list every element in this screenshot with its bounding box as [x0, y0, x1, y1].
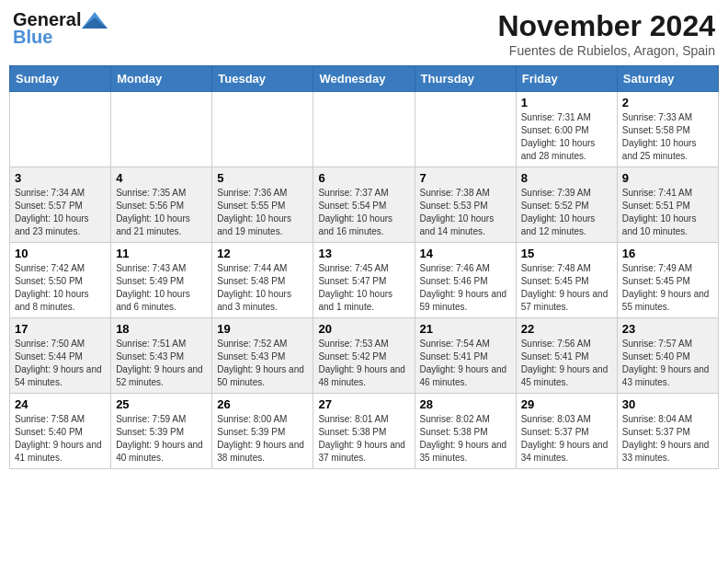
calendar-cell [10, 92, 111, 167]
calendar-week-row: 24Sunrise: 7:58 AM Sunset: 5:40 PM Dayli… [10, 394, 719, 469]
calendar-cell: 14Sunrise: 7:46 AM Sunset: 5:46 PM Dayli… [415, 243, 516, 318]
day-info: Sunrise: 7:37 AM Sunset: 5:54 PM Dayligh… [318, 187, 409, 238]
day-number: 9 [622, 171, 713, 185]
calendar-cell: 11Sunrise: 7:43 AM Sunset: 5:49 PM Dayli… [111, 243, 212, 318]
day-info: Sunrise: 7:42 AM Sunset: 5:50 PM Dayligh… [15, 262, 106, 314]
calendar-cell: 4Sunrise: 7:35 AM Sunset: 5:56 PM Daylig… [111, 167, 212, 243]
day-number: 30 [622, 397, 713, 411]
weekday-header: Friday [516, 66, 617, 92]
day-number: 3 [15, 171, 106, 185]
day-info: Sunrise: 8:04 AM Sunset: 5:37 PM Dayligh… [622, 413, 713, 465]
day-number: 21 [420, 322, 511, 336]
calendar-cell: 21Sunrise: 7:54 AM Sunset: 5:41 PM Dayli… [415, 318, 516, 394]
calendar-cell: 22Sunrise: 7:56 AM Sunset: 5:41 PM Dayli… [516, 318, 617, 394]
calendar-cell: 16Sunrise: 7:49 AM Sunset: 5:45 PM Dayli… [617, 243, 718, 318]
day-number: 6 [318, 171, 409, 185]
calendar-week-row: 1Sunrise: 7:31 AM Sunset: 6:00 PM Daylig… [10, 92, 719, 167]
calendar-cell: 27Sunrise: 8:01 AM Sunset: 5:38 PM Dayli… [313, 394, 415, 469]
day-number: 25 [116, 397, 207, 411]
calendar-cell: 2Sunrise: 7:33 AM Sunset: 5:58 PM Daylig… [617, 92, 718, 167]
day-info: Sunrise: 7:43 AM Sunset: 5:49 PM Dayligh… [116, 262, 207, 314]
calendar-cell [313, 92, 415, 167]
day-number: 17 [15, 322, 106, 336]
calendar-cell: 30Sunrise: 8:04 AM Sunset: 5:37 PM Dayli… [617, 394, 718, 469]
weekday-header: Tuesday [212, 66, 313, 92]
calendar-cell: 26Sunrise: 8:00 AM Sunset: 5:39 PM Dayli… [212, 394, 313, 469]
subtitle: Fuentes de Rubielos, Aragon, Spain [497, 43, 715, 58]
day-info: Sunrise: 7:38 AM Sunset: 5:53 PM Dayligh… [420, 187, 511, 238]
day-info: Sunrise: 7:41 AM Sunset: 5:51 PM Dayligh… [622, 187, 713, 238]
calendar-cell [415, 92, 516, 167]
day-info: Sunrise: 7:35 AM Sunset: 5:56 PM Dayligh… [116, 187, 207, 238]
day-info: Sunrise: 7:57 AM Sunset: 5:40 PM Dayligh… [622, 338, 713, 389]
calendar-cell: 20Sunrise: 7:53 AM Sunset: 5:42 PM Dayli… [313, 318, 415, 394]
calendar-cell: 23Sunrise: 7:57 AM Sunset: 5:40 PM Dayli… [617, 318, 718, 394]
calendar-cell: 13Sunrise: 7:45 AM Sunset: 5:47 PM Dayli… [313, 243, 415, 318]
day-info: Sunrise: 8:00 AM Sunset: 5:39 PM Dayligh… [217, 413, 308, 465]
calendar: SundayMondayTuesdayWednesdayThursdayFrid… [9, 65, 719, 469]
month-title: November 2024 [497, 9, 715, 43]
logo: General Blue [13, 9, 108, 48]
day-number: 16 [622, 247, 713, 260]
day-number: 4 [116, 171, 207, 185]
day-info: Sunrise: 8:02 AM Sunset: 5:38 PM Dayligh… [420, 413, 511, 465]
calendar-cell: 6Sunrise: 7:37 AM Sunset: 5:54 PM Daylig… [313, 167, 415, 243]
day-number: 12 [217, 247, 308, 260]
weekday-header: Monday [111, 66, 212, 92]
calendar-cell [212, 92, 313, 167]
day-info: Sunrise: 7:58 AM Sunset: 5:40 PM Dayligh… [15, 413, 106, 465]
day-number: 27 [318, 397, 409, 411]
calendar-cell [111, 92, 212, 167]
day-info: Sunrise: 7:44 AM Sunset: 5:48 PM Dayligh… [217, 262, 308, 314]
day-number: 2 [622, 96, 713, 109]
weekday-header: Thursday [415, 66, 516, 92]
day-number: 18 [116, 322, 207, 336]
calendar-week-row: 10Sunrise: 7:42 AM Sunset: 5:50 PM Dayli… [10, 243, 719, 318]
day-info: Sunrise: 7:53 AM Sunset: 5:42 PM Dayligh… [318, 338, 409, 389]
day-info: Sunrise: 7:51 AM Sunset: 5:43 PM Dayligh… [116, 338, 207, 389]
title-area: November 2024 Fuentes de Rubielos, Arago… [497, 9, 715, 58]
logo-blue: Blue [13, 27, 52, 48]
weekday-header: Sunday [10, 66, 111, 92]
calendar-cell: 28Sunrise: 8:02 AM Sunset: 5:38 PM Dayli… [415, 394, 516, 469]
day-number: 8 [521, 171, 612, 185]
day-info: Sunrise: 7:59 AM Sunset: 5:39 PM Dayligh… [116, 413, 207, 465]
day-number: 28 [420, 397, 511, 411]
day-info: Sunrise: 7:50 AM Sunset: 5:44 PM Dayligh… [15, 338, 106, 389]
day-info: Sunrise: 8:01 AM Sunset: 5:38 PM Dayligh… [318, 413, 409, 465]
calendar-cell: 3Sunrise: 7:34 AM Sunset: 5:57 PM Daylig… [10, 167, 111, 243]
day-number: 10 [15, 247, 106, 260]
calendar-cell: 17Sunrise: 7:50 AM Sunset: 5:44 PM Dayli… [10, 318, 111, 394]
day-info: Sunrise: 7:36 AM Sunset: 5:55 PM Dayligh… [217, 187, 308, 238]
calendar-cell: 15Sunrise: 7:48 AM Sunset: 5:45 PM Dayli… [516, 243, 617, 318]
calendar-cell: 18Sunrise: 7:51 AM Sunset: 5:43 PM Dayli… [111, 318, 212, 394]
day-number: 24 [15, 397, 106, 411]
day-info: Sunrise: 7:49 AM Sunset: 5:45 PM Dayligh… [622, 262, 713, 314]
day-info: Sunrise: 7:52 AM Sunset: 5:43 PM Dayligh… [217, 338, 308, 389]
day-number: 13 [318, 247, 409, 260]
day-info: Sunrise: 7:39 AM Sunset: 5:52 PM Dayligh… [521, 187, 612, 238]
day-number: 22 [521, 322, 612, 336]
day-info: Sunrise: 7:45 AM Sunset: 5:47 PM Dayligh… [318, 262, 409, 314]
day-info: Sunrise: 7:31 AM Sunset: 6:00 PM Dayligh… [521, 111, 612, 163]
calendar-week-row: 17Sunrise: 7:50 AM Sunset: 5:44 PM Dayli… [10, 318, 719, 394]
day-number: 1 [521, 96, 612, 109]
day-number: 26 [217, 397, 308, 411]
calendar-cell: 5Sunrise: 7:36 AM Sunset: 5:55 PM Daylig… [212, 167, 313, 243]
header: General Blue November 2024 Fuentes de Ru… [9, 9, 719, 58]
day-number: 29 [521, 397, 612, 411]
calendar-cell: 19Sunrise: 7:52 AM Sunset: 5:43 PM Dayli… [212, 318, 313, 394]
calendar-cell: 25Sunrise: 7:59 AM Sunset: 5:39 PM Dayli… [111, 394, 212, 469]
calendar-cell: 12Sunrise: 7:44 AM Sunset: 5:48 PM Dayli… [212, 243, 313, 318]
weekday-header: Saturday [617, 66, 718, 92]
day-number: 5 [217, 171, 308, 185]
day-number: 20 [318, 322, 409, 336]
day-info: Sunrise: 7:56 AM Sunset: 5:41 PM Dayligh… [521, 338, 612, 389]
calendar-week-row: 3Sunrise: 7:34 AM Sunset: 5:57 PM Daylig… [10, 167, 719, 243]
calendar-cell: 7Sunrise: 7:38 AM Sunset: 5:53 PM Daylig… [415, 167, 516, 243]
day-number: 19 [217, 322, 308, 336]
calendar-cell: 1Sunrise: 7:31 AM Sunset: 6:00 PM Daylig… [516, 92, 617, 167]
calendar-cell: 29Sunrise: 8:03 AM Sunset: 5:37 PM Dayli… [516, 394, 617, 469]
day-info: Sunrise: 7:34 AM Sunset: 5:57 PM Dayligh… [15, 187, 106, 238]
weekday-header-row: SundayMondayTuesdayWednesdayThursdayFrid… [10, 66, 719, 92]
